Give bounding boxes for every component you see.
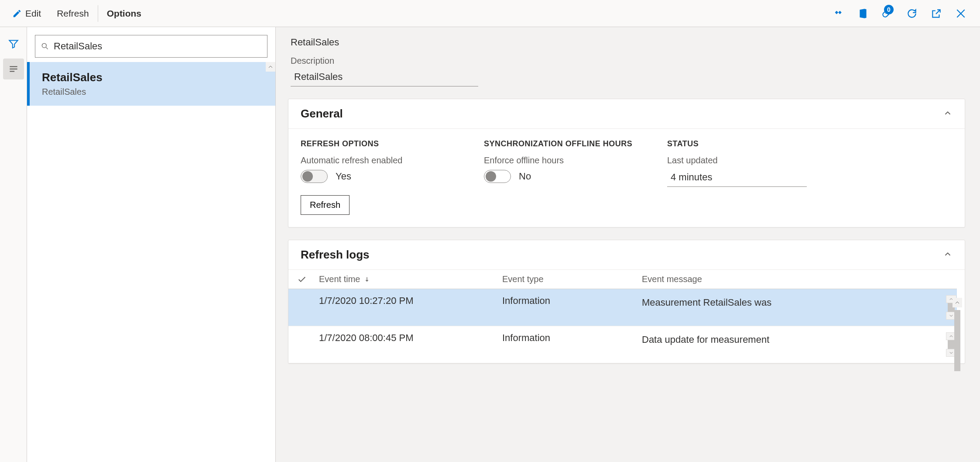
office-button[interactable] (857, 7, 869, 20)
refresh-logs-card: Refresh logs Event time (288, 240, 965, 364)
col-event-time[interactable]: Event time (319, 274, 502, 284)
refresh-icon (906, 8, 918, 19)
list-item-subtitle: RetailSales (42, 87, 263, 97)
list-item[interactable]: RetailSales RetailSales (27, 62, 275, 106)
general-card-title: General (301, 107, 343, 121)
edit-label: Edit (25, 8, 41, 19)
list-item-title: RetailSales (42, 71, 263, 84)
auto-refresh-label: Automatic refresh enabled (301, 155, 458, 165)
list-pane: RetailSales RetailSales (27, 27, 276, 462)
filter-button[interactable] (3, 33, 24, 54)
edit-button[interactable]: Edit (4, 0, 49, 27)
grid-scrollbar[interactable] (953, 298, 962, 394)
search-input[interactable] (54, 41, 262, 52)
close-button[interactable] (955, 7, 967, 20)
select-all-checkbox[interactable] (288, 274, 319, 284)
page-title: RetailSales (291, 37, 965, 48)
check-icon (297, 275, 307, 284)
attachments-badge: 0 (884, 5, 894, 14)
col-event-message[interactable]: Event message (642, 274, 944, 284)
enforce-label: Enforce offline hours (484, 155, 641, 165)
refresh-logs-title: Refresh logs (301, 248, 370, 262)
general-card-header[interactable]: General (288, 99, 965, 129)
main-layout: RetailSales RetailSales RetailSales Desc… (0, 27, 980, 462)
table-row[interactable]: 1/7/2020 10:27:20 PM Information Measure… (288, 289, 957, 326)
auto-refresh-value: Yes (336, 171, 351, 182)
refresh-logs-header[interactable]: Refresh logs (288, 240, 965, 270)
col-event-type[interactable]: Event type (502, 274, 642, 284)
svg-line-8 (46, 48, 48, 49)
diamond-icon (833, 8, 844, 19)
options-command[interactable]: Options (99, 0, 149, 27)
search-wrap (27, 27, 275, 62)
options-label: Options (107, 8, 141, 19)
cell-event-time: 1/7/2020 10:27:20 PM (319, 295, 502, 307)
list-scrollbar[interactable] (266, 62, 275, 462)
chevron-up-icon (943, 249, 953, 261)
popout-button[interactable] (930, 7, 942, 20)
table-row[interactable]: 1/7/2020 08:00:45 PM Information Data up… (288, 326, 957, 363)
refresh-options-heading: REFRESH OPTIONS (301, 139, 458, 148)
search-command[interactable] (149, 0, 163, 27)
enforce-value: No (519, 171, 531, 182)
description-value[interactable]: RetailSales (291, 69, 478, 86)
logs-grid: Event time Event type Event message (288, 270, 957, 363)
list-body: RetailSales RetailSales (27, 62, 275, 462)
last-updated-value: 4 minutes (667, 170, 807, 187)
status-group: STATUS Last updated 4 minutes (667, 139, 824, 215)
sort-down-icon (363, 276, 370, 283)
sync-heading: SYNCHRONIZATION OFFLINE HOURS (484, 139, 641, 148)
pencil-icon (12, 9, 22, 18)
search-box[interactable] (35, 35, 267, 58)
scroll-up-icon[interactable] (266, 62, 275, 72)
related-info-button[interactable] (833, 7, 845, 20)
refresh-label: Refresh (57, 8, 89, 19)
attachments-button[interactable]: 0 (881, 7, 894, 20)
general-card: General REFRESH OPTIONS Automatic refres… (288, 99, 965, 228)
command-bar: Edit Refresh Options 0 (0, 0, 980, 27)
cell-event-type: Information (502, 295, 642, 307)
refresh-button[interactable]: Refresh (301, 195, 350, 215)
last-updated-label: Last updated (667, 155, 824, 165)
chevron-up-icon (943, 108, 953, 120)
cell-event-type: Information (502, 332, 642, 344)
scroll-up-icon[interactable] (953, 298, 962, 307)
col-event-message-label: Event message (642, 274, 702, 284)
sync-offline-group: SYNCHRONIZATION OFFLINE HOURS Enforce of… (484, 139, 641, 215)
command-bar-left: Edit Refresh Options (4, 0, 163, 27)
nav-rail (0, 27, 27, 462)
status-heading: STATUS (667, 139, 824, 148)
col-event-type-label: Event type (502, 274, 544, 284)
description-label: Description (291, 56, 965, 66)
popout-icon (931, 8, 942, 19)
detail-header: RetailSales Description RetailSales (276, 27, 980, 86)
funnel-icon (8, 38, 19, 49)
auto-refresh-toggle[interactable] (301, 170, 328, 183)
grid-header: Event time Event type Event message (288, 270, 957, 289)
refresh-page-button[interactable] (906, 7, 918, 20)
col-event-time-label: Event time (319, 274, 360, 284)
list-view-button[interactable] (3, 59, 24, 79)
svg-point-7 (42, 43, 46, 48)
refresh-command[interactable]: Refresh (49, 0, 97, 27)
search-icon (41, 42, 49, 51)
command-separator (98, 5, 98, 22)
refresh-options-group: REFRESH OPTIONS Automatic refresh enable… (301, 139, 458, 215)
cell-event-time: 1/7/2020 08:00:45 PM (319, 332, 502, 344)
detail-pane: RetailSales Description RetailSales Gene… (276, 27, 980, 462)
close-icon (955, 8, 966, 19)
cell-event-message: Data update for measurement (642, 332, 941, 347)
command-bar-right: 0 (833, 7, 976, 20)
cell-event-message: Measurement RetailSales was (642, 295, 941, 310)
general-card-body: REFRESH OPTIONS Automatic refresh enable… (288, 129, 965, 227)
enforce-offline-toggle[interactable] (484, 170, 511, 183)
office-icon (857, 8, 869, 19)
list-icon (8, 63, 19, 75)
